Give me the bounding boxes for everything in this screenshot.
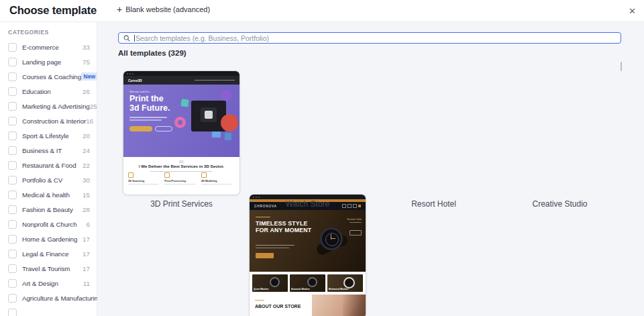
- feature-icon: [128, 172, 133, 178]
- category-checkbox[interactable]: [8, 72, 17, 81]
- section-number: 01: [123, 157, 239, 164]
- hero-kicker: Welcome and let's...: [129, 91, 151, 93]
- template-card-3d-print-services[interactable]: Curve3D Welcome and let's... Print the3d…: [123, 71, 239, 195]
- category-label: Construction & Interior: [22, 117, 86, 125]
- category-label: Education: [22, 88, 51, 95]
- close-icon[interactable]: ✕: [627, 5, 637, 17]
- about-section: ABOUT OUR STORE: [250, 295, 366, 316]
- category-label: Medical & health: [22, 191, 70, 199]
- category-label: Legal & Finance: [22, 250, 68, 258]
- category-item[interactable]: Legal & Finance 17: [0, 246, 97, 261]
- category-checkbox[interactable]: [8, 146, 17, 155]
- category-checkbox[interactable]: [8, 294, 17, 303]
- search-input[interactable]: [136, 34, 616, 42]
- hero-text-line: [350, 222, 362, 223]
- category-checkbox[interactable]: [8, 131, 17, 140]
- hero-title: TIMELESS STYLE FOR ANY MOMENT: [256, 220, 313, 233]
- hero-section: TIMELESS STYLE FOR ANY MOMENT Summer Sal…: [250, 210, 366, 272]
- category-checkbox[interactable]: [8, 250, 17, 258]
- category-item[interactable]: Travel & Tourism 17: [0, 261, 97, 276]
- feature-card: 3D Scanning: [128, 172, 162, 185]
- blank-website-button[interactable]: + Blank website (advanced): [117, 5, 210, 13]
- category-label: Business & IT: [22, 147, 62, 154]
- hero-title: Print the3d Future.: [129, 95, 170, 113]
- pad-shape: [212, 131, 221, 138]
- category-item[interactable]: Business & IT 24: [0, 143, 97, 158]
- category-checkbox[interactable]: [8, 220, 17, 229]
- text-caret: [134, 35, 135, 42]
- category-checkbox[interactable]: [8, 117, 17, 125]
- category-item[interactable]: Restaurant & Food 22: [0, 158, 97, 172]
- category-item[interactable]: Courses & Coaching New 8: [0, 69, 97, 84]
- category-item[interactable]: Portfolio & CV 30: [0, 172, 97, 187]
- category-checkbox[interactable]: [8, 161, 17, 170]
- category-item[interactable]: Education 26: [0, 84, 97, 99]
- spiky-shape: [221, 114, 238, 131]
- template-caption: Watch Store: [250, 199, 366, 209]
- sale-text: Summer Sale: [347, 218, 362, 221]
- thumb-label: Mechanical Watches: [329, 288, 348, 291]
- category-item[interactable]: Marketing & Advertising 25: [0, 99, 97, 113]
- category-checkbox[interactable]: [8, 309, 17, 316]
- category-item[interactable]: Medical & health 15: [0, 187, 97, 202]
- category-item[interactable]: Landing page 75: [0, 54, 97, 69]
- category-item[interactable]: E-commerce 33: [0, 40, 97, 54]
- category-item[interactable]: Art & Design 11: [0, 276, 97, 291]
- category-checkbox[interactable]: [8, 43, 17, 52]
- category-count: 28: [83, 206, 90, 213]
- feature-icon: [201, 172, 207, 178]
- category-item[interactable]: Home & Gardening 17: [0, 231, 97, 246]
- category-checkbox[interactable]: [8, 235, 17, 244]
- category-list: E-commerce 33 Landing page 75 Courses & …: [0, 40, 97, 316]
- pad-shape: [225, 133, 231, 140]
- category-count: 20: [83, 132, 90, 140]
- dialog-header: Choose template + Blank website (advance…: [0, 0, 644, 22]
- results-heading: All templates (329): [118, 49, 186, 57]
- category-checkbox[interactable]: [8, 279, 17, 288]
- search-bar[interactable]: [118, 32, 621, 44]
- category-label: Travel & Tourism: [22, 265, 70, 272]
- category-label: Nonprofit & Church: [22, 221, 77, 228]
- category-item[interactable]: Agriculture & Manufacturing 9: [0, 291, 97, 305]
- category-label: Portfolio & CV: [22, 176, 62, 184]
- template-card-watch-store[interactable]: CHRONOVA TIMELESS STYLE FOR ANY MOMENT S…: [250, 195, 366, 316]
- category-checkbox[interactable]: [8, 191, 17, 199]
- feature-card: 3D Modeling: [201, 172, 235, 185]
- category-checkbox[interactable]: [8, 58, 17, 66]
- category-item-partial[interactable]: [0, 305, 97, 316]
- category-item[interactable]: Construction & Interior 16: [0, 113, 97, 128]
- hero-text-line: [256, 248, 289, 248]
- feature-label: Post-Processing: [164, 179, 198, 182]
- scrollbar-thumb[interactable]: [621, 62, 622, 71]
- watch-face: [320, 227, 343, 250]
- site-navbar: Curve3D: [123, 76, 239, 85]
- category-item[interactable]: Sport & Lifestyle 20: [0, 128, 97, 143]
- category-label: E-commerce: [22, 44, 59, 51]
- feature-card: Post-Processing: [164, 172, 198, 185]
- category-checkbox[interactable]: [8, 102, 17, 111]
- hero-primary-button: [129, 126, 152, 131]
- category-checkbox[interactable]: [8, 87, 17, 96]
- template-caption: Resort Hotel: [376, 199, 492, 209]
- hero-kicker-line: [256, 217, 270, 217]
- sphere-shape: [221, 90, 231, 101]
- template-caption: 3D Print Services: [123, 199, 239, 209]
- section-subtitle-line: [150, 171, 212, 172]
- category-label: Fashion & Beauty: [22, 206, 73, 213]
- category-label: Marketing & Advertising: [22, 103, 90, 110]
- category-thumb: Mechanical Watches: [327, 274, 363, 292]
- category-checkbox[interactable]: [8, 176, 17, 185]
- torus-shape: [174, 117, 186, 128]
- category-new-badge: New: [81, 72, 97, 81]
- category-count: 22: [83, 162, 90, 169]
- section-title: \ We Deliver the Best Services in 3D Sec…: [123, 164, 239, 168]
- category-count: 33: [83, 44, 90, 51]
- thumb-label: Quartz Watches: [254, 288, 269, 291]
- category-checkbox[interactable]: [8, 264, 17, 273]
- category-item[interactable]: Fashion & Beauty 28: [0, 202, 97, 217]
- category-count: 15: [83, 191, 90, 199]
- category-checkbox[interactable]: [8, 205, 17, 214]
- category-count: 24: [83, 147, 90, 154]
- about-title: ABOUT OUR STORE: [255, 304, 301, 309]
- category-item[interactable]: Nonprofit & Church 6: [0, 217, 97, 231]
